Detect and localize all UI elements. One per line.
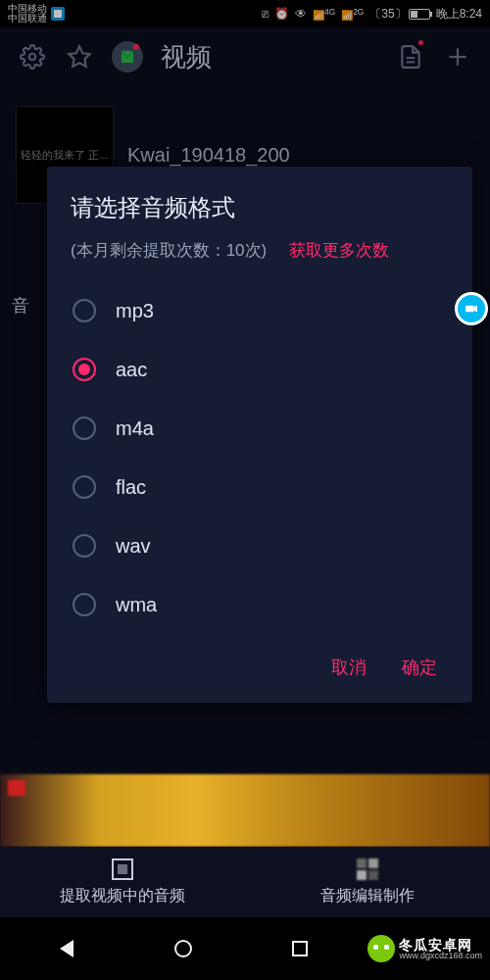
format-label: wma [116,594,157,616]
tab-extract-audio[interactable]: 提取视频中的音频 [0,847,245,917]
watermark-logo-icon [368,935,395,962]
floating-camera-button[interactable] [455,292,488,325]
format-option-flac[interactable]: flac [71,458,449,516]
format-label: m4a [116,417,154,440]
tab-label: 音频编辑制作 [320,886,415,906]
format-label: aac [116,359,147,381]
dialog-subtitle: (本月剩余提取次数：10次) 获取更多次数 [71,237,449,264]
format-option-mp3[interactable]: mp3 [71,281,449,340]
get-more-link[interactable]: 获取更多次数 [289,241,389,260]
format-radio-list: mp3 aac m4a flac wav wma [71,281,449,634]
format-option-m4a[interactable]: m4a [71,399,449,458]
background-video-preview [0,774,490,847]
svg-rect-6 [466,306,474,313]
dialog-title: 请选择音频格式 [71,192,449,223]
audio-format-dialog: 请选择音频格式 (本月剩余提取次数：10次) 获取更多次数 mp3 aac m4… [47,167,472,703]
android-nav-bar: 冬瓜安卓网 www.dgxcdz168.com [0,917,490,980]
format-option-aac[interactable]: aac [71,340,449,399]
quota-text: (本月剩余提取次数：10次) [71,241,267,260]
cancel-button[interactable]: 取消 [331,656,367,679]
watermark-url: www.dgxcdz168.com [399,952,482,960]
watermark-name: 冬瓜安卓网 [399,938,482,952]
edit-icon [357,858,378,880]
format-label: flac [116,476,146,499]
radio-icon [73,299,96,322]
format-option-wma[interactable]: wma [71,575,449,634]
format-option-wav[interactable]: wav [71,516,449,575]
extract-icon [112,858,133,880]
radio-icon [73,475,96,499]
camera-icon [464,301,479,317]
svg-marker-7 [474,306,477,313]
confirm-button[interactable]: 确定 [402,656,437,679]
radio-icon [73,358,96,381]
radio-icon [73,593,96,616]
bottom-tabs: 提取视频中的音频 音频编辑制作 [0,847,490,917]
nav-back-button[interactable] [60,940,74,957]
watermark: 冬瓜安卓网 www.dgxcdz168.com [368,935,490,962]
format-label: mp3 [116,300,154,322]
nav-keys [0,940,368,957]
tab-label: 提取视频中的音频 [60,886,185,906]
dialog-actions: 取消 确定 [71,634,449,689]
radio-icon [73,534,96,558]
nav-home-button[interactable] [174,940,192,957]
tab-audio-edit[interactable]: 音频编辑制作 [245,847,490,917]
nav-recent-button[interactable] [292,941,308,956]
radio-icon [73,416,96,440]
format-label: wav [116,535,151,558]
